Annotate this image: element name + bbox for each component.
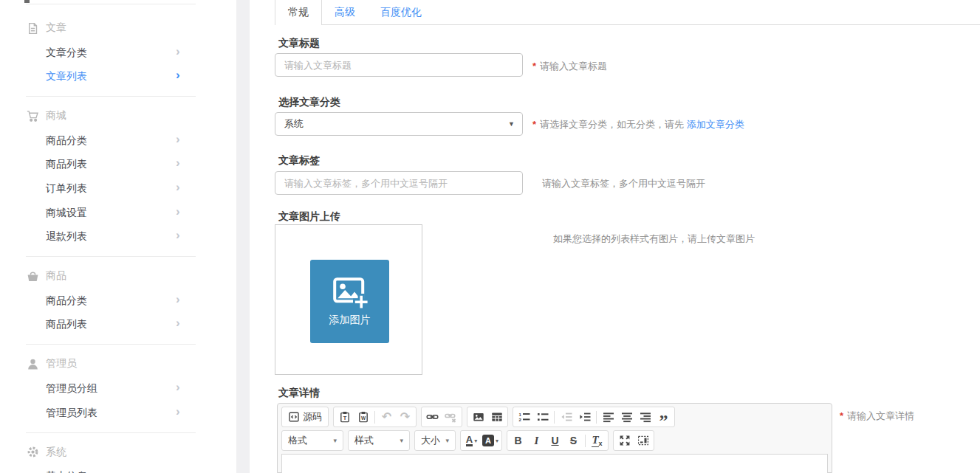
sidebar-item-label: 退款列表 <box>46 230 87 244</box>
sidebar-section-文章[interactable]: 文章 <box>27 16 66 40</box>
numbered-list-button[interactable]: 1 2 <box>515 408 533 426</box>
sidebar-item-商品列表[interactable]: 商品列表› <box>0 152 236 176</box>
italic-button[interactable]: I <box>527 432 546 449</box>
sidebar-section-商品[interactable]: 商品 <box>27 264 66 288</box>
chevron-down-icon: ▾ <box>474 438 477 444</box>
add-image-button-label: 添加图片 <box>329 314 371 327</box>
paste-text-button[interactable]: T <box>335 408 354 426</box>
article-title-input[interactable] <box>275 53 523 77</box>
align-left-button[interactable] <box>599 408 617 426</box>
bullet-list-button[interactable] <box>533 408 552 426</box>
sidebar-item-label: 商城设置 <box>46 207 87 220</box>
required-asterisk: * <box>532 119 536 130</box>
maximize-button[interactable] <box>615 432 634 449</box>
sidebar-item-基本信息[interactable]: 基本信息› <box>0 464 236 473</box>
sidebar-section-label: 文章 <box>46 21 66 35</box>
sidebar-divider <box>26 4 196 4</box>
chevron-right-icon: › <box>176 316 180 331</box>
insert-image-button[interactable] <box>469 408 487 426</box>
background-color-button[interactable]: A ▾ <box>481 432 500 449</box>
basket-icon <box>27 270 39 283</box>
basicstyles-group: B I U S T x <box>507 430 609 451</box>
toolbar-separator <box>374 411 375 424</box>
sidebar-divider <box>26 96 196 97</box>
category-label: 选择文章分类 <box>278 96 340 109</box>
chevron-right-icon: › <box>176 228 180 243</box>
sidebar-item-商品分类[interactable]: 商品分类› <box>0 128 236 152</box>
size-dropdown-label: 大小 <box>421 434 440 447</box>
insert-table-button[interactable] <box>487 408 506 426</box>
image-upload-label: 文章图片上传 <box>278 210 340 224</box>
redo-button[interactable]: ↷ <box>396 408 414 426</box>
main-content: 常规高级百度优化 文章标题 *请输入文章标题 选择文章分类 系统 ▼ *请选择文… <box>250 0 980 473</box>
cart-icon <box>27 110 39 122</box>
align-right-button[interactable] <box>636 408 654 426</box>
sidebar-item-订单列表[interactable]: 订单列表› <box>0 176 236 200</box>
chevron-down-icon: ▾ <box>400 437 403 444</box>
add-category-link[interactable]: 添加文章分类 <box>687 119 744 130</box>
cutoff-icon-fragment <box>24 0 30 3</box>
bold-button[interactable]: B <box>509 432 527 449</box>
show-blocks-button[interactable] <box>634 432 652 449</box>
sidebar-item-管理员列表[interactable]: 管理员列表› <box>0 401 236 424</box>
sidebar-item-label: 文章分类 <box>46 46 87 60</box>
text-color-button[interactable]: A ▾ <box>462 432 481 449</box>
sidebar-section-label: 系统 <box>46 446 66 459</box>
article-title-label: 文章标题 <box>278 37 320 50</box>
tabbar: 常规高级百度优化 <box>275 0 434 25</box>
chevron-right-icon: › <box>176 44 180 59</box>
rich-text-editor: 源码 T W <box>277 403 832 473</box>
sidebar-section-系统[interactable]: 系统 <box>27 441 66 464</box>
sidebar-item-label: 管理员列表 <box>46 407 97 420</box>
sidebar-item-管理员分组[interactable]: 管理员分组› <box>0 376 236 400</box>
sidebar-item-label: 商品列表 <box>46 158 87 171</box>
source-code-icon <box>288 411 300 423</box>
unlink-button[interactable] <box>442 408 460 426</box>
tab-百度优化[interactable]: 百度优化 <box>368 0 434 25</box>
paste-word-button[interactable]: W <box>354 408 372 426</box>
tab-高级[interactable]: 高级 <box>322 0 368 25</box>
article-icon <box>27 22 39 35</box>
editor-content-area[interactable] <box>281 454 828 473</box>
add-image-icon <box>332 277 368 309</box>
sidebar-item-商城设置[interactable]: 商城设置› <box>0 201 236 224</box>
style-dropdown[interactable]: 样式 ▾ <box>348 430 410 451</box>
tools-group <box>613 430 654 451</box>
toolbar-separator <box>596 411 597 424</box>
sidebar-item-文章列表[interactable]: 文章列表› <box>0 64 236 88</box>
sidebar-divider <box>26 256 196 257</box>
select-arrow-icon: ▼ <box>508 120 515 128</box>
tab-常规[interactable]: 常规 <box>275 0 322 25</box>
indent-button[interactable] <box>575 408 594 426</box>
editor-toolbar-row-2: 格式 ▾ 样式 ▾ 大小 ▾ A ▾ A ▾ <box>281 430 828 451</box>
sidebar-divider <box>26 344 196 345</box>
add-image-button[interactable]: 添加图片 <box>310 260 389 343</box>
chevron-right-icon: › <box>176 404 180 419</box>
tags-input[interactable] <box>275 171 523 195</box>
sidebar-item-退款列表[interactable]: 退款列表› <box>0 224 236 248</box>
sidebar-item-label: 基本信息 <box>46 470 87 473</box>
sidebar-item-label: 商品列表 <box>46 318 87 331</box>
sidebar-section-管理员[interactable]: 管理员 <box>27 352 77 376</box>
size-dropdown[interactable]: 大小 ▾ <box>414 430 456 451</box>
sidebar-item-文章分类[interactable]: 文章分类› <box>0 41 236 64</box>
remove-format-button[interactable]: T x <box>588 432 606 449</box>
insert-group <box>467 407 508 427</box>
link-button[interactable] <box>423 408 442 426</box>
source-button[interactable]: 源码 <box>284 408 326 426</box>
link-group <box>421 407 462 427</box>
undo-button[interactable]: ↶ <box>377 408 396 426</box>
sidebar-section-商城[interactable]: 商城 <box>27 104 66 128</box>
chevron-down-icon: ▾ <box>445 437 449 444</box>
underline-button[interactable]: U <box>546 432 564 449</box>
align-center-button[interactable] <box>617 408 636 426</box>
outdent-button[interactable] <box>557 408 575 426</box>
format-dropdown[interactable]: 格式 ▾ <box>281 430 343 451</box>
admin-icon <box>27 358 39 370</box>
strikethrough-button[interactable]: S <box>564 432 583 449</box>
sidebar-item-商品分类[interactable]: 商品分类› <box>0 289 236 312</box>
blockquote-button[interactable]: ” <box>654 408 673 426</box>
sidebar-item-商品列表[interactable]: 商品列表› <box>0 312 236 336</box>
category-select[interactable]: 系统 ▼ <box>275 112 523 136</box>
clipboard-group: T W ↶ ↷ <box>333 407 417 427</box>
